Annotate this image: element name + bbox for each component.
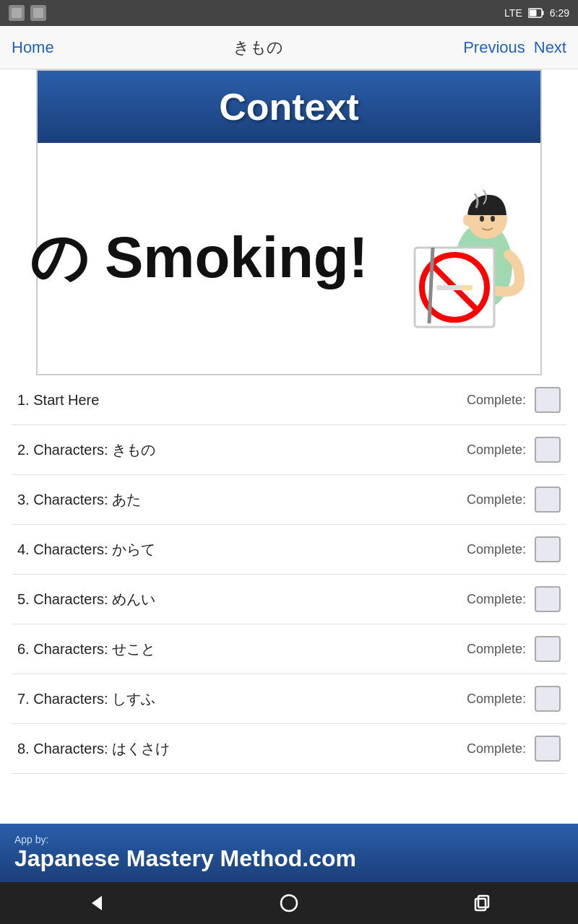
svg-rect-3 bbox=[542, 11, 543, 15]
complete-checkbox[interactable] bbox=[535, 487, 561, 513]
context-title: Context bbox=[219, 86, 359, 128]
smoking-content: の Smoking! bbox=[38, 143, 540, 374]
list-item: 6. Characters: せことComplete: bbox=[12, 624, 566, 674]
complete-group: Complete: bbox=[467, 636, 561, 662]
list-item: 1. Start HereComplete: bbox=[12, 375, 566, 425]
app-icon-2 bbox=[30, 5, 46, 21]
list-item-label: 3. Characters: あた bbox=[17, 490, 467, 510]
svg-rect-18 bbox=[475, 899, 486, 910]
battery-icon bbox=[528, 8, 544, 18]
no-smoking-illustration bbox=[375, 179, 548, 338]
complete-group: Complete: bbox=[467, 487, 561, 513]
list-item-label: 2. Characters: きもの bbox=[17, 440, 467, 460]
smoking-illustration-svg bbox=[375, 179, 548, 338]
list-item: 3. Characters: あたComplete: bbox=[12, 475, 566, 525]
svg-rect-14 bbox=[462, 285, 473, 290]
main-content: Context の Smoking! bbox=[0, 69, 578, 824]
time-display: 6:29 bbox=[550, 7, 569, 19]
complete-label: Complete: bbox=[467, 741, 526, 757]
complete-label: Complete: bbox=[467, 443, 526, 458]
smoking-text: の Smoking! bbox=[30, 219, 368, 297]
complete-label: Complete: bbox=[467, 642, 526, 657]
lesson-image: Context の Smoking! bbox=[36, 69, 542, 375]
complete-checkbox[interactable] bbox=[535, 536, 561, 562]
status-icons bbox=[9, 5, 46, 21]
svg-rect-4 bbox=[529, 10, 536, 17]
app-icon-1 bbox=[9, 5, 25, 21]
list-item: 4. Characters: からてComplete: bbox=[12, 525, 566, 575]
complete-group: Complete: bbox=[467, 736, 561, 762]
list-item-label: 5. Characters: めんい bbox=[17, 590, 467, 609]
complete-label: Complete: bbox=[467, 393, 526, 408]
previous-button[interactable]: Previous bbox=[463, 38, 525, 57]
complete-checkbox[interactable] bbox=[535, 387, 561, 413]
list-item: 5. Characters: めんいComplete: bbox=[12, 575, 566, 624]
svg-point-8 bbox=[480, 216, 484, 222]
svg-point-9 bbox=[491, 216, 495, 222]
svg-point-17 bbox=[281, 895, 297, 911]
home-button[interactable]: Home bbox=[12, 38, 54, 57]
footer-banner: App by: Japanese Mastery Method.com bbox=[0, 824, 578, 882]
list-item: 7. Characters: しすふComplete: bbox=[12, 674, 566, 724]
svg-rect-0 bbox=[12, 8, 22, 18]
next-button[interactable]: Next bbox=[534, 38, 566, 57]
status-right: LTE 6:29 bbox=[504, 7, 569, 19]
complete-checkbox[interactable] bbox=[535, 686, 561, 712]
list-item-label: 4. Characters: からて bbox=[17, 540, 467, 559]
svg-rect-1 bbox=[33, 8, 43, 18]
complete-group: Complete: bbox=[467, 437, 561, 463]
complete-group: Complete: bbox=[467, 586, 561, 612]
list-item-label: 6. Characters: せこと bbox=[17, 640, 467, 659]
lesson-list: 1. Start HereComplete:2. Characters: きもの… bbox=[0, 375, 578, 774]
svg-point-7 bbox=[463, 214, 472, 226]
page-title: きもの bbox=[233, 37, 283, 58]
complete-checkbox[interactable] bbox=[535, 636, 561, 662]
list-item-label: 7. Characters: しすふ bbox=[17, 689, 467, 709]
list-item-label: 1. Start Here bbox=[17, 392, 467, 409]
nav-bar: Home きもの Previous Next bbox=[0, 26, 578, 69]
complete-label: Complete: bbox=[467, 542, 526, 557]
android-nav-bar bbox=[0, 882, 578, 924]
status-bar: LTE 6:29 bbox=[0, 0, 578, 26]
complete-group: Complete: bbox=[467, 536, 561, 562]
complete-label: Complete: bbox=[467, 692, 526, 707]
home-button-android[interactable] bbox=[275, 889, 303, 918]
complete-group: Complete: bbox=[467, 686, 561, 712]
list-item-label: 8. Characters: はくさけ bbox=[17, 739, 467, 759]
signal-icon: LTE bbox=[504, 7, 522, 19]
list-item: 8. Characters: はくさけComplete: bbox=[12, 724, 566, 774]
complete-checkbox[interactable] bbox=[535, 437, 561, 463]
nav-actions: Previous Next bbox=[463, 38, 566, 57]
context-banner: Context bbox=[38, 71, 540, 143]
list-item: 2. Characters: きものComplete: bbox=[12, 425, 566, 475]
svg-marker-16 bbox=[92, 896, 102, 910]
complete-checkbox[interactable] bbox=[535, 586, 561, 612]
complete-checkbox[interactable] bbox=[535, 736, 561, 762]
back-button[interactable] bbox=[82, 889, 111, 918]
complete-label: Complete: bbox=[467, 492, 526, 507]
complete-label: Complete: bbox=[467, 592, 526, 607]
complete-group: Complete: bbox=[467, 387, 561, 413]
app-by-label: App by: bbox=[14, 834, 48, 845]
svg-rect-19 bbox=[478, 896, 488, 907]
brand-name: Japanese Mastery Method.com bbox=[14, 845, 356, 872]
recents-button[interactable] bbox=[467, 889, 496, 918]
